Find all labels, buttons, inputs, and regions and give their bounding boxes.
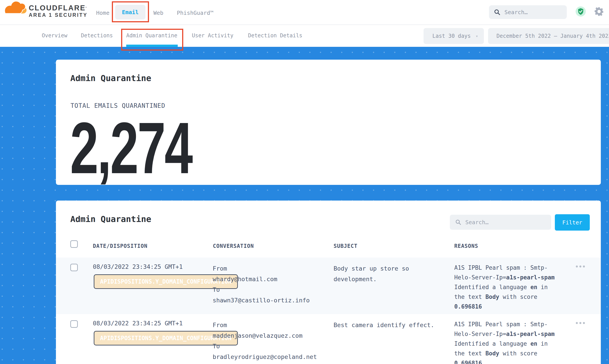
to-label: To xyxy=(213,341,317,352)
brand-name: CLOUDFLARE’ xyxy=(29,4,88,12)
from-address: whardy@hotmail.com xyxy=(213,274,310,285)
nav-home[interactable]: Home xyxy=(96,10,109,16)
from-label: From xyxy=(213,320,317,330)
row-subject: Body star up store so development. xyxy=(334,263,436,285)
date-range-text: December 5th 2022 — January 4th 2023 xyxy=(497,33,609,39)
main-content: Admin Quarantine TOTAL EMAILS QUARANTINE… xyxy=(0,47,609,364)
app-header: CLOUDFLARE’ AREA 1 SECURITY Home Email W… xyxy=(0,0,609,25)
area1-dashboard: CLOUDFLARE’ AREA 1 SECURITY Home Email W… xyxy=(0,0,609,364)
table-header-row: DATE/DISPOSITION CONVERSATION SUBJECT RE… xyxy=(56,238,601,258)
row-reasons: A1S IPBL Pearl spam : Smtp-Helo-Server-I… xyxy=(454,263,558,312)
trademark-tick: ’ xyxy=(86,6,87,10)
table-rows: 08/03/2022 23:34:25 GMT+1 APIDISPOSITION… xyxy=(56,258,601,364)
row-checkbox[interactable] xyxy=(70,264,78,271)
column-header-subject: SUBJECT xyxy=(334,243,357,249)
to-label: To xyxy=(213,285,310,295)
row-subject: Best camera identify effect. xyxy=(334,320,436,330)
tab-detections[interactable]: Detections xyxy=(81,32,113,39)
brand-text: CLOUDFLARE’ AREA 1 SECURITY xyxy=(29,1,88,18)
summary-card: Admin Quarantine TOTAL EMAILS QUARANTINE… xyxy=(56,60,601,185)
security-status-badge[interactable] xyxy=(576,6,586,17)
row-conversation: From maddenjason@velazquez.com To bradle… xyxy=(213,320,317,362)
row-actions-menu[interactable] xyxy=(576,322,585,324)
cloudflare-logo-icon xyxy=(4,1,27,14)
time-range-label: Last 30 days xyxy=(432,33,471,39)
row-conversation: From whardy@hotmail.com To shawn37@casti… xyxy=(213,263,310,306)
table-row: 08/03/2022 23:34:25 GMT+1 APIDISPOSITION… xyxy=(56,314,601,364)
email-subnav: Overview Detections Admin Quarantine Use… xyxy=(0,26,609,47)
row-checkbox[interactable] xyxy=(70,320,78,328)
metric-value: 2,274 xyxy=(70,115,192,181)
nav-email[interactable]: Email xyxy=(115,5,146,19)
tab-overview[interactable]: Overview xyxy=(42,32,68,39)
from-address: maddenjason@velazquez.com xyxy=(213,330,317,341)
row-reasons: A1S IPBL Pearl spam : Smtp-Helo-Server-I… xyxy=(454,319,558,364)
row-date: 08/03/2022 23:34:25 GMT+1 xyxy=(93,263,183,270)
table-search-placeholder: Search… xyxy=(465,219,488,225)
column-header-conversation: CONVERSATION xyxy=(213,243,254,249)
table-card-title: Admin Quarantine xyxy=(70,214,151,224)
tab-detection-details[interactable]: Detection Details xyxy=(248,32,302,39)
table-row: 08/03/2022 23:34:25 GMT+1 APIDISPOSITION… xyxy=(56,258,601,314)
date-range-display[interactable]: December 5th 2022 — January 4th 2023 xyxy=(488,28,609,44)
search-icon xyxy=(494,9,501,15)
table-search-input[interactable]: Search… xyxy=(450,215,551,230)
column-header-date: DATE/DISPOSITION xyxy=(93,243,148,249)
brand-subtitle: AREA 1 SECURITY xyxy=(29,12,88,18)
time-range-dropdown[interactable]: Last 30 days ▾ xyxy=(423,28,484,44)
quarantine-table-card: Admin Quarantine Search… Filter DATE/DIS… xyxy=(56,201,601,364)
select-all-checkbox[interactable] xyxy=(70,240,78,248)
brand[interactable]: CLOUDFLARE’ AREA 1 SECURITY xyxy=(4,1,88,18)
tab-admin-quarantine[interactable]: Admin Quarantine xyxy=(126,32,177,39)
to-address: bradleyrodriguez@copeland.net xyxy=(213,352,317,362)
summary-card-title: Admin Quarantine xyxy=(70,73,151,83)
column-header-reasons: REASONS xyxy=(454,243,478,249)
filter-button[interactable]: Filter xyxy=(555,214,590,231)
row-actions-menu[interactable] xyxy=(576,265,585,267)
nav-phishguard[interactable]: PhishGuard™ xyxy=(177,10,214,16)
search-icon xyxy=(455,219,461,225)
shield-check-icon xyxy=(578,8,584,15)
from-label: From xyxy=(213,263,310,274)
to-address: shawn37@castillo-ortiz.info xyxy=(213,295,310,306)
nav-web[interactable]: Web xyxy=(153,10,163,16)
nav-email-label: Email xyxy=(122,9,139,15)
settings-gear-icon[interactable] xyxy=(595,7,603,16)
row-date: 08/03/2022 23:34:25 GMT+1 xyxy=(93,320,183,327)
header-search-placeholder: Search… xyxy=(504,9,528,15)
tab-user-activity[interactable]: User Activity xyxy=(192,32,233,39)
chevron-down-icon: ▾ xyxy=(475,34,478,39)
active-tab-underline xyxy=(126,45,178,47)
header-search-input[interactable]: Search… xyxy=(489,5,567,19)
